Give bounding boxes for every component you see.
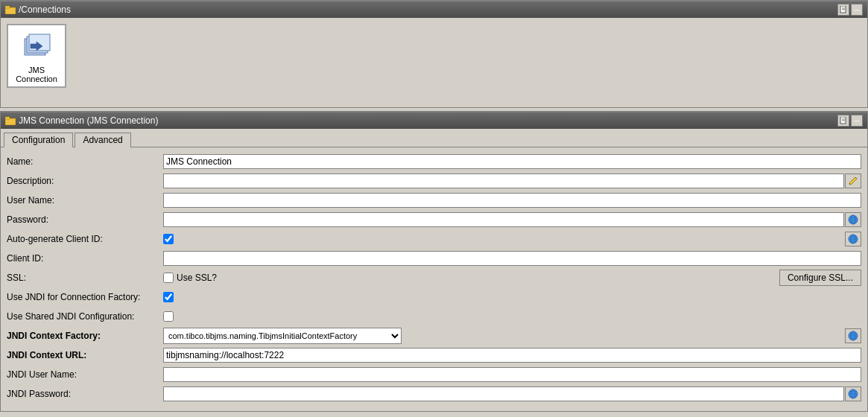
ssl-row: SSL: Use SSL? Configure SSL...: [7, 270, 861, 286]
jndi-factory-globe-icon: [848, 331, 858, 341]
jms-new-btn[interactable]: [837, 115, 849, 127]
clientid-label: Client ID:: [7, 253, 163, 264]
globe-icon: [848, 214, 858, 225]
jms-minimize-btn[interactable]: ─: [851, 115, 863, 127]
jndi-context-url-input[interactable]: [163, 348, 861, 363]
autogenerate-label: Auto-generate Client ID:: [7, 234, 163, 244]
jndi-username-input[interactable]: [163, 367, 861, 382]
jndi-factory-checkbox[interactable]: [163, 292, 174, 302]
svg-rect-11: [840, 117, 846, 124]
configure-ssl-button[interactable]: Configure SSL...: [779, 270, 861, 286]
svg-rect-0: [5, 7, 16, 14]
shared-jndi-row: Use Shared JNDI Configuration:: [7, 308, 861, 325]
minimize-icon: ─: [854, 6, 859, 14]
name-label: Name:: [7, 156, 163, 167]
connections-panel-header: /Connections ─: [1, 1, 867, 18]
jms-connection-panel: JMS Connection (JMS Connection) ─ Config…: [0, 111, 868, 412]
folder-icon: [5, 5, 16, 14]
connections-panel-title: /Connections: [19, 4, 71, 15]
ssl-label: SSL:: [7, 273, 163, 283]
jndi-factory-row: Use JNDI for Connection Factory:: [7, 289, 861, 305]
jms-panel-title: JMS Connection (JMS Connection): [19, 115, 158, 126]
svg-rect-9: [5, 118, 16, 125]
jms-panel-folder-icon: [5, 116, 16, 125]
jndi-password-globe-btn[interactable]: [845, 386, 861, 401]
connections-panel: /Connections ─: [0, 0, 868, 108]
jms-connection-item[interactable]: JMS Connection: [7, 24, 66, 88]
jndi-context-url-row: JNDI Context URL:: [7, 347, 861, 363]
jndi-password-input[interactable]: [163, 386, 844, 401]
tabs-bar: Configuration Advanced: [1, 129, 867, 147]
svg-rect-10: [5, 117, 10, 119]
description-row: Description:: [7, 173, 861, 189]
password-row: Password:: [7, 211, 861, 228]
pencil-icon: [848, 176, 858, 186]
use-ssl-label: Use SSL?: [177, 273, 217, 283]
clientid-row: Client ID:: [7, 250, 861, 267]
jndi-context-factory-globe-btn[interactable]: [845, 328, 861, 343]
username-row: User Name:: [7, 192, 861, 208]
password-globe-btn[interactable]: [845, 212, 861, 227]
description-input[interactable]: [163, 174, 844, 188]
connections-panel-title-area: /Connections: [5, 4, 71, 15]
jms-item-label: JMS Connection: [11, 66, 62, 83]
svg-rect-2: [840, 6, 846, 13]
name-row: Name:: [7, 153, 861, 170]
jndi-context-factory-select[interactable]: com.tibco.tibjms.naming.TibjmsInitialCon…: [163, 328, 402, 344]
jndi-context-factory-row: JNDI Context Factory: com.tibco.tibjms.n…: [7, 328, 861, 344]
jndi-password-label: JNDI Password:: [7, 389, 163, 399]
tab-advanced[interactable]: Advanced: [75, 133, 130, 147]
autogenerate-globe-icon: [848, 234, 858, 244]
jndi-context-url-label: JNDI Context URL:: [7, 350, 163, 360]
jndi-factory-controls: [163, 292, 861, 302]
connections-new-btn[interactable]: [837, 4, 849, 16]
new-doc-icon: [840, 6, 847, 13]
jndi-username-label: JNDI User Name:: [7, 369, 163, 380]
svg-marker-14: [849, 177, 857, 185]
autogenerate-globe-btn[interactable]: [845, 232, 861, 246]
shared-jndi-controls: [163, 311, 861, 322]
shared-jndi-checkbox[interactable]: [163, 311, 174, 322]
username-label: User Name:: [7, 195, 163, 206]
autogenerate-input-group: [163, 232, 861, 246]
shared-jndi-label: Use Shared JNDI Configuration:: [7, 311, 163, 322]
jndi-password-input-group: [163, 386, 861, 401]
configuration-form: Name: Description: User Name:: [1, 147, 867, 411]
password-input[interactable]: [163, 212, 844, 227]
ssl-controls: Use SSL? Configure SSL...: [163, 270, 861, 286]
jndi-password-globe-icon: [848, 389, 858, 399]
jms-panel-header: JMS Connection (JMS Connection) ─: [1, 112, 867, 129]
jndi-context-factory-label: JNDI Context Factory:: [7, 331, 163, 341]
jndi-password-row: JNDI Password:: [7, 386, 861, 402]
jms-panel-buttons: ─: [837, 115, 863, 127]
username-input[interactable]: [163, 193, 861, 208]
jms-new-doc-icon: [840, 117, 847, 124]
autogenerate-checkbox[interactable]: [163, 234, 174, 244]
jndi-context-factory-dropdown-container: com.tibco.tibjms.naming.TibjmsInitialCon…: [163, 328, 845, 344]
connections-panel-buttons: ─: [837, 4, 863, 16]
connections-minimize-btn[interactable]: ─: [851, 4, 863, 16]
name-input[interactable]: [163, 154, 861, 169]
jms-minimize-icon: ─: [854, 117, 859, 125]
jndi-factory-label: Use JNDI for Connection Factory:: [7, 292, 163, 302]
svg-rect-1: [5, 6, 10, 8]
autogenerate-row: Auto-generate Client ID:: [7, 231, 861, 247]
connections-content: JMS Connection: [1, 18, 867, 107]
jms-panel-title-area: JMS Connection (JMS Connection): [5, 115, 158, 126]
password-input-group: [163, 212, 861, 227]
jms-connection-icon: [19, 28, 54, 64]
tab-configuration[interactable]: Configuration: [4, 133, 73, 147]
clientid-input[interactable]: [163, 251, 861, 266]
jndi-username-row: JNDI User Name:: [7, 366, 861, 383]
description-input-group: [163, 174, 861, 188]
ssl-checkbox[interactable]: [163, 273, 174, 283]
password-label: Password:: [7, 214, 163, 225]
description-label: Description:: [7, 176, 163, 186]
description-edit-btn[interactable]: [845, 174, 861, 188]
jndi-context-factory-group: com.tibco.tibjms.naming.TibjmsInitialCon…: [163, 328, 861, 344]
